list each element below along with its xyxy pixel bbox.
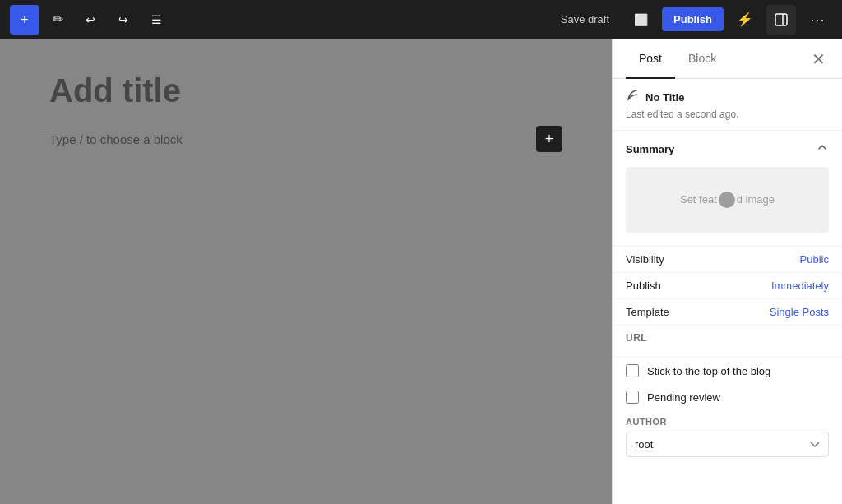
template-row: Template Single Posts bbox=[613, 299, 842, 326]
more-icon: ⋯ bbox=[810, 11, 826, 29]
plugin-subtitle: Last edited a second ago. bbox=[626, 109, 829, 120]
summary-panel: Summary Set featd image bbox=[613, 131, 842, 247]
undo-icon: ↩ bbox=[86, 13, 95, 26]
sidebar-toggle-button[interactable] bbox=[766, 5, 796, 35]
tab-post[interactable]: Post bbox=[626, 39, 675, 79]
summary-header[interactable]: Summary bbox=[613, 131, 842, 167]
template-label: Template bbox=[626, 306, 669, 318]
sidebar-icon bbox=[774, 12, 789, 27]
svg-rect-0 bbox=[775, 14, 787, 25]
visibility-value[interactable]: Public bbox=[800, 253, 829, 266]
stick-top-row: Stick to the top of the blog bbox=[613, 358, 842, 384]
stick-top-checkbox[interactable] bbox=[626, 364, 639, 377]
redo-icon: ↪ bbox=[118, 13, 128, 26]
publish-label: Publish bbox=[626, 280, 661, 292]
stick-top-label: Stick to the top of the blog bbox=[647, 365, 770, 377]
publish-value[interactable]: Immediately bbox=[771, 280, 829, 292]
author-section: AUTHOR root bbox=[613, 410, 842, 464]
plugin-info: No Title Last edited a second ago. bbox=[613, 79, 842, 131]
featured-image-circle-icon bbox=[719, 192, 735, 208]
add-block-toolbar-button[interactable]: + bbox=[10, 5, 39, 35]
pending-review-row: Pending review bbox=[613, 384, 842, 410]
device-icon: ⬜ bbox=[634, 13, 648, 26]
sidebar-close-button[interactable]: ✕ bbox=[808, 46, 829, 72]
featured-image-label: Set featd image bbox=[680, 192, 775, 208]
summary-title: Summary bbox=[626, 143, 674, 155]
block-placeholder-text: Type / to choose a block bbox=[49, 132, 183, 146]
save-draft-button[interactable]: Save draft bbox=[551, 8, 619, 30]
lightning-icon: ⚡ bbox=[737, 12, 753, 27]
toolbar: + ✏ ↩ ↪ ☰ Save draft ⬜ Publish ⚡ bbox=[0, 0, 842, 39]
publish-button[interactable]: Publish bbox=[662, 7, 724, 31]
pen-tool-button[interactable]: ✏ bbox=[43, 5, 72, 35]
list-icon: ☰ bbox=[151, 13, 162, 26]
more-options-button[interactable]: ⋯ bbox=[803, 5, 832, 35]
plugin-row: No Title bbox=[626, 89, 829, 105]
list-view-button[interactable]: ☰ bbox=[141, 5, 171, 35]
featured-image-area[interactable]: Set featd image bbox=[626, 167, 829, 233]
publish-row: Publish Immediately bbox=[613, 273, 842, 299]
plugin-feather-icon bbox=[626, 89, 639, 105]
post-title[interactable]: Add title bbox=[49, 72, 562, 109]
undo-button[interactable]: ↩ bbox=[76, 5, 105, 35]
visibility-row: Visibility Public bbox=[613, 247, 842, 273]
pending-review-label: Pending review bbox=[647, 391, 720, 404]
pen-icon: ✏ bbox=[53, 12, 63, 27]
sidebar-tabs: Post Block bbox=[626, 39, 729, 78]
lightning-button[interactable]: ⚡ bbox=[730, 5, 760, 35]
url-section: URL bbox=[613, 326, 842, 358]
plugin-name: No Title bbox=[645, 91, 684, 104]
device-preview-button[interactable]: ⬜ bbox=[626, 5, 655, 35]
url-label: URL bbox=[626, 332, 829, 344]
template-value[interactable]: Single Posts bbox=[770, 306, 829, 318]
sidebar-header: Post Block ✕ bbox=[613, 39, 842, 79]
visibility-label: Visibility bbox=[626, 253, 664, 266]
redo-button[interactable]: ↪ bbox=[109, 5, 138, 35]
pending-review-checkbox[interactable] bbox=[626, 391, 639, 404]
author-select[interactable]: root bbox=[626, 432, 829, 457]
main-area: Add title Type / to choose a block + Pos… bbox=[0, 39, 842, 504]
plus-inline-icon: + bbox=[545, 131, 554, 148]
add-block-inline-button[interactable]: + bbox=[536, 126, 562, 152]
sidebar: Post Block ✕ No Title Last edited a seco bbox=[612, 39, 842, 504]
author-label: AUTHOR bbox=[626, 417, 829, 427]
plus-icon: + bbox=[21, 12, 28, 27]
tab-block[interactable]: Block bbox=[675, 39, 729, 79]
block-placeholder-row: Type / to choose a block + bbox=[49, 126, 562, 152]
close-icon: ✕ bbox=[812, 49, 826, 69]
editor-content: Add title Type / to choose a block + bbox=[49, 72, 562, 152]
toolbar-right: Save draft ⬜ Publish ⚡ ⋯ bbox=[551, 5, 832, 35]
editor-area: Add title Type / to choose a block + bbox=[0, 39, 612, 504]
toolbar-left: + ✏ ↩ ↪ ☰ bbox=[10, 5, 548, 35]
chevron-up-icon bbox=[816, 141, 829, 157]
